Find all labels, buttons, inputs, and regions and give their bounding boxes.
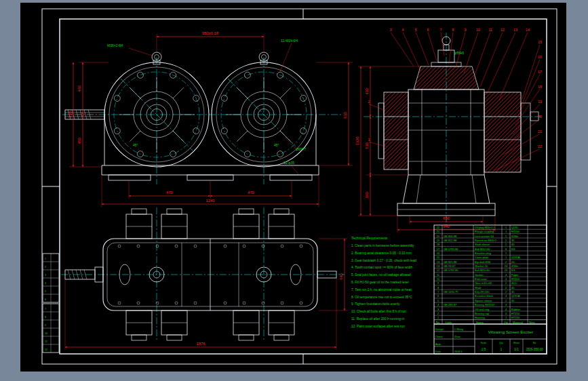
part-code: GB 1096-79 — [444, 290, 458, 294]
dim-bottom-left: 470 — [166, 190, 173, 195]
part-name: Housing — [475, 316, 485, 319]
dim-side-left-upper: 430 — [365, 88, 369, 95]
part-no: 15 — [437, 256, 440, 259]
part-material: Q235A — [511, 294, 520, 298]
balloon-number: 5 — [414, 28, 416, 32]
part-no: 17 — [437, 247, 440, 251]
part-code: GB 283-87 — [444, 303, 457, 306]
part-no: 14 — [437, 260, 440, 264]
part-material: Q235A — [511, 256, 520, 259]
left-table-cell: 12 — [45, 348, 47, 351]
notes-title: Technical Requirements — [351, 236, 388, 240]
left-table-cell: 8 — [45, 316, 46, 319]
title-row-label: Appr. — [435, 343, 442, 346]
balloon-number: 12 — [501, 28, 505, 32]
note-line: 4. Tooth contact spot >= 60% of face wid… — [351, 266, 413, 269]
left-table-cell: 10 — [45, 332, 47, 335]
part-no: 19 — [437, 239, 440, 242]
dim-center-distance: 950±0.18 — [202, 31, 218, 35]
drawing-title: Vibrating Screen Exciter — [488, 329, 533, 334]
note-line: 7. Test run 2 h, no abnormal noise or he… — [351, 288, 412, 292]
dim-side-left-mid: 530 — [365, 142, 369, 149]
part-no: 18 — [437, 243, 440, 246]
part-material: HT150 — [511, 277, 520, 281]
part-name: Bolt M20×60 — [475, 268, 490, 272]
label-angle-right: 45° — [274, 143, 279, 147]
balloon-number: 19 — [538, 100, 542, 104]
part-code: GB 858-88 — [444, 235, 457, 238]
label-thread-holes: 12-M24-6H — [281, 39, 298, 43]
part-name: Key 28×160 — [475, 290, 490, 294]
left-table-cell: 2 — [45, 266, 46, 268]
rect-geometry — [384, 92, 408, 169]
part-name: Gear m10 z42 — [475, 281, 492, 285]
balloon-number: 4 — [401, 28, 404, 32]
balloon-number: 3 — [389, 28, 391, 32]
dim-base-inner: 650 — [443, 216, 450, 220]
dim-plan-width: 640 — [339, 273, 343, 280]
left-table-cell: 11 — [45, 340, 47, 343]
parts-header-qty: Qty — [504, 321, 509, 324]
note-line: 1. Clean parts in kerosene before assemb… — [351, 244, 414, 247]
balloon-number: 21 — [538, 129, 542, 134]
part-material: 40Cr — [511, 281, 517, 285]
part-name: Round nut M64×2 — [475, 239, 497, 242]
note-line: 6. Fill HJ-50 gear oil to the marked lev… — [351, 281, 409, 284]
note-line: 9. Tighten foundation bolts evenly — [351, 302, 400, 306]
part-name: Washer 20 — [475, 264, 488, 268]
part-material: HT200 — [511, 230, 520, 233]
sheet-value: 1/1 — [514, 348, 519, 351]
part-material: 45 — [511, 243, 515, 246]
dim-bottom-total: 1240 — [206, 199, 215, 203]
part-name: Bearing 3G3532 — [475, 303, 495, 306]
left-table-cell: 4 — [45, 282, 46, 285]
title-row-label: Design — [435, 328, 444, 331]
part-name: Flange coupling — [475, 230, 494, 233]
left-table-cell: 7 — [45, 308, 46, 310]
part-code: GB 825-88 — [444, 260, 457, 264]
part-no: 12 — [437, 268, 440, 272]
part-no: 10 — [437, 277, 440, 281]
left-table-cell: 1 — [45, 258, 46, 260]
left-table-cell: 9 — [45, 324, 46, 327]
part-name: End cover — [475, 277, 488, 281]
drawing-no-value: ZDS-350.00 — [526, 348, 543, 351]
balloon-number: 22 — [538, 144, 542, 148]
dim-left-upper: 460 — [77, 85, 81, 92]
title-row-label: Date — [435, 350, 441, 353]
balloon-number: 16 — [538, 55, 542, 59]
balloon-number: 10 — [476, 28, 480, 32]
note-line: 12. Paint outer surfaces after test run — [351, 325, 405, 328]
part-name: Eccentric block — [475, 294, 493, 298]
parts-header-code: Code — [445, 321, 452, 324]
part-code: GB 5782-86 — [444, 268, 458, 272]
part-name: Gasket — [475, 273, 484, 277]
qty-value: 1 — [501, 348, 503, 351]
balloon-number: 14 — [526, 28, 530, 32]
part-name: Eye bolt M36 — [475, 260, 491, 264]
balloon-number: 8 — [452, 28, 454, 32]
part-name: Shaft — [475, 286, 482, 289]
part-material: 35 — [511, 239, 515, 242]
part-material: Rubber — [511, 308, 521, 311]
dim-left-lower: 450 — [77, 138, 81, 144]
part-qty: 24 — [505, 264, 508, 268]
part-code: GB 812-88 — [444, 239, 457, 242]
left-table-cell: 6 — [45, 298, 46, 301]
part-code: GB 93-87 — [444, 264, 456, 268]
part-material: HT150 — [511, 312, 520, 315]
part-material: 45 — [511, 299, 515, 302]
title-row-label: Check — [435, 336, 443, 338]
part-name: Breather plug — [475, 252, 491, 255]
dim-left-total: 910 — [68, 111, 72, 118]
dim-side-left-lower: 360 — [365, 192, 369, 199]
scale-label: Scale — [481, 342, 487, 344]
balloon-number: 2 — [368, 100, 370, 104]
label-bore: φ70H7 — [296, 147, 306, 151]
part-material: 8.8 — [511, 268, 515, 272]
part-name: Spacer sleeve — [475, 299, 492, 302]
label-eye-bolt: M36×2-6H — [107, 43, 123, 47]
part-name: Oil plug M20×1.5 — [475, 226, 496, 229]
left-table-cell: 5 — [45, 290, 46, 293]
balloon-number: 18 — [538, 85, 542, 89]
